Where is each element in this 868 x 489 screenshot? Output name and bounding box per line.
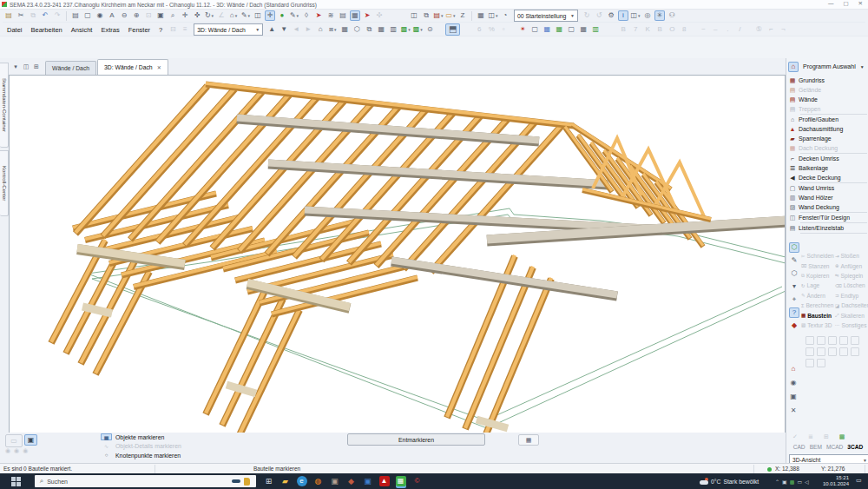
sketch-icon[interactable]: ✎ <box>240 10 251 21</box>
firefox-icon[interactable]: ◍ <box>312 474 325 487</box>
scissors-icon[interactable]: ✂ <box>16 10 26 21</box>
mode-tab-cad[interactable]: CAD <box>793 444 806 450</box>
menu-bearbeiten[interactable]: Bearbeiten <box>27 26 67 34</box>
red-pin-icon[interactable]: ➤ <box>313 10 324 21</box>
node-picker-button[interactable]: ▦ <box>518 434 539 446</box>
monitor-icon[interactable]: ▦ <box>350 10 360 21</box>
sema-app-icon[interactable]: ▦ <box>396 476 406 486</box>
tab-split-icon[interactable]: ⊞ <box>32 62 41 72</box>
maximize-button[interactable]: ▢ <box>843 0 848 7</box>
undo-icon[interactable]: ↶ <box>40 10 50 21</box>
window-cascade-icon[interactable]: ⧉ <box>421 10 431 21</box>
open-project-icon[interactable]: ▤ <box>3 10 14 21</box>
mode-tab-3cad[interactable]: 3CAD <box>847 444 863 450</box>
grid-icon[interactable]: ▦ <box>476 10 486 21</box>
camera-copy-icon[interactable]: ⊙ <box>424 24 435 35</box>
paint-tool-icon[interactable]: ◆ <box>789 320 799 331</box>
rotate-view-icon[interactable]: ↻ <box>204 10 214 21</box>
cube-rotate-icon[interactable]: ⬡ <box>352 24 362 35</box>
side-tab-stammdaten-container[interactable]: Stammdaten-Container <box>0 63 9 148</box>
green-cube2-icon[interactable]: ▩ <box>412 24 423 35</box>
mode-tab-bem[interactable]: BEM <box>810 444 822 450</box>
tab-menu-icon[interactable]: ▾ <box>11 62 20 72</box>
edge-icon[interactable]: e <box>297 476 307 486</box>
program-item-decken-umriss[interactable]: ⌐Decken Umriss <box>786 154 868 163</box>
program-item-profile-gauben[interactable]: ⌂Profile/Gauben <box>786 115 868 124</box>
zoom-in-icon[interactable]: ⊕ <box>131 10 141 21</box>
tray-display-icon[interactable]: ▭ <box>797 479 802 485</box>
star-icon[interactable]: ✳ <box>654 10 665 21</box>
tray-green-icon[interactable]: ▩ <box>790 479 795 485</box>
menu-ansicht[interactable]: Ansicht <box>67 26 97 34</box>
snapshot-icon[interactable]: ◉ <box>788 378 799 388</box>
menu-fenster[interactable]: Fenster <box>124 26 155 34</box>
minimize-button[interactable]: — <box>828 0 834 7</box>
edit-tool-icon[interactable]: ✎ <box>789 255 799 266</box>
crosshair-icon[interactable]: ✛ <box>265 10 275 21</box>
image-export-icon[interactable]: ▣ <box>788 392 799 402</box>
spell-check-icon[interactable]: A <box>107 10 117 21</box>
move-icon[interactable]: ✜ <box>192 10 202 21</box>
pan-icon[interactable]: ✛ <box>180 10 190 21</box>
red-stack-icon[interactable]: ▤ <box>433 10 444 21</box>
cad-tool-icon[interactable]: ▣ <box>361 474 374 487</box>
close-tab-icon[interactable]: ✕ <box>157 64 161 70</box>
help-select-icon[interactable]: ? <box>789 307 799 318</box>
red-pin2-icon[interactable]: ➤ <box>362 10 372 21</box>
tab-float-icon[interactable]: ◫ <box>22 62 30 72</box>
3d-viewport[interactable] <box>9 75 786 433</box>
group-icon[interactable]: ⚇ <box>667 10 677 21</box>
cube-copy-icon[interactable]: ⧉ <box>364 24 374 35</box>
new-doc-icon[interactable]: ▢ <box>82 10 93 21</box>
monitor-gear-icon[interactable]: ▦ <box>339 24 350 35</box>
roof-view-icon[interactable]: ⌂ <box>788 364 799 374</box>
mode-tab-mcad[interactable]: MCAD <box>826 444 843 450</box>
grid2-icon[interactable]: ▦ <box>578 24 589 35</box>
acrobat-icon[interactable]: ▲ <box>379 476 390 486</box>
anchor-tool-icon[interactable]: ⌖ <box>789 294 799 305</box>
box-tool-icon[interactable]: ⬡ <box>789 268 799 279</box>
mark-option-knoten[interactable]: ○Knotenpunkte markieren <box>101 451 181 460</box>
panel-icon[interactable]: ◫ <box>488 10 498 21</box>
zoom-frame-icon[interactable]: ▣ <box>155 10 166 21</box>
menu-extras[interactable]: Extras <box>96 26 123 34</box>
start-button[interactable] <box>0 473 31 489</box>
window-prev-icon[interactable]: ◫ <box>409 10 419 21</box>
roof-construction-drawing[interactable] <box>10 76 785 433</box>
photos-icon[interactable]: ▣ <box>328 474 341 487</box>
print-icon[interactable]: ▤ <box>70 10 81 21</box>
weather-widget[interactable]: 0°C Stark bewölkt <box>700 473 759 489</box>
stripes-green-icon[interactable]: ▥ <box>590 24 601 35</box>
tray-volume-icon[interactable]: ◁ <box>805 479 809 485</box>
percent-icon[interactable]: ◔ <box>500 10 510 21</box>
menu-datei[interactable]: Datei <box>3 26 27 34</box>
eraser-icon[interactable]: ◊ <box>301 10 312 21</box>
flame-icon[interactable]: ✴ <box>517 24 528 35</box>
program-item-balkenlage[interactable]: ☰Balkenlage <box>786 163 868 173</box>
cube-select-icon[interactable]: ⬡ <box>789 242 799 253</box>
program-item-sparrenlage[interactable]: ▰Sparrenlage <box>786 134 868 143</box>
tab-w-nde-dach[interactable]: Wände / Dach <box>45 61 96 75</box>
table-icon[interactable]: ▦ <box>376 24 386 35</box>
tray-shield-icon[interactable]: ▣ <box>782 479 787 485</box>
window-copy-icon[interactable]: ◫ <box>630 10 641 21</box>
magnifier-icon[interactable]: ⌕ <box>168 10 178 21</box>
more-tools-icon[interactable]: ▾ <box>789 281 799 292</box>
house-icon[interactable]: ⌂ <box>315 24 326 35</box>
search-input[interactable]: ⌕ Suchen <box>35 475 256 487</box>
settings-combo[interactable]: 00 Starteinstellung▼ <box>514 10 578 22</box>
program-item-grundriss[interactable]: ▦Grundriss <box>786 76 868 85</box>
entmarkieren-button[interactable]: Entmarkieren <box>347 433 485 446</box>
cube-3d-toggle-icon[interactable]: ⬒ <box>445 23 460 36</box>
table2-icon[interactable]: ▥ <box>388 24 398 35</box>
select-mode-button[interactable]: ▭ <box>5 434 23 447</box>
info-icon[interactable]: i <box>618 10 628 21</box>
side-tab-kontroll-center[interactable]: Kontroll-Center <box>0 150 9 216</box>
green-node-icon[interactable]: ● <box>277 10 287 21</box>
select-rect-button[interactable]: ▣ <box>24 434 37 446</box>
menu-?[interactable]: ? <box>155 26 167 34</box>
taskbar-clock[interactable]: 15:21 10.01.2024 <box>814 475 849 487</box>
program-item-wand-umriss[interactable]: ▢Wand Umriss <box>786 183 868 193</box>
gear-icon[interactable]: ⚙ <box>606 10 616 21</box>
close-button[interactable]: ✕ <box>858 0 863 7</box>
